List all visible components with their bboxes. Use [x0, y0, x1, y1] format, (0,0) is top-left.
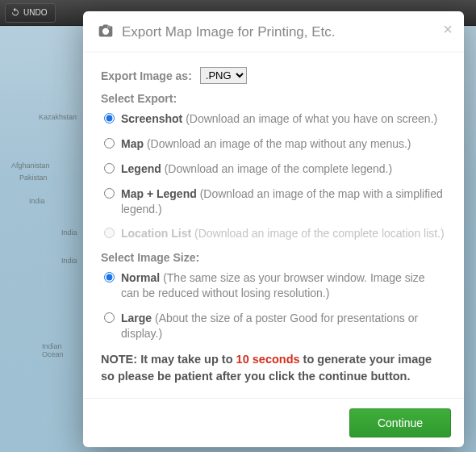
undo-icon — [10, 7, 20, 19]
modal-title: Export Map Image for Printing, Etc. — [122, 24, 336, 40]
radio-legend[interactable] — [104, 163, 115, 174]
option-label: Large — [121, 312, 152, 324]
export-option-map-legend[interactable]: Map + Legend (Download an image of the m… — [104, 186, 446, 217]
option-desc: (About the size of a poster Good for pre… — [121, 312, 418, 340]
select-export-label: Select Export: — [101, 92, 446, 105]
map-label: Indian Ocean — [42, 342, 74, 358]
format-select[interactable]: .PNG — [200, 67, 247, 84]
undo-label: UNDO — [23, 8, 47, 17]
export-option-legend[interactable]: Legend (Download an image of the complet… — [104, 161, 446, 177]
size-option-normal[interactable]: Normal (The same size as your browser wi… — [104, 270, 446, 301]
note-prefix: NOTE: It may take up to — [101, 353, 236, 366]
size-option-large[interactable]: Large (About the size of a poster Good f… — [104, 311, 446, 341]
option-desc: (Download an image of the map without an… — [147, 137, 411, 150]
option-desc: (Download an image of the complete legen… — [165, 162, 393, 175]
map-label: India — [61, 228, 77, 236]
radio-screenshot[interactable] — [104, 113, 115, 123]
map-label: India — [61, 257, 77, 265]
map-label: Afghanistan — [11, 161, 50, 170]
option-label: Screenshot — [121, 112, 182, 125]
export-modal: Export Map Image for Printing, Etc. × Ex… — [83, 11, 464, 447]
option-label: Map — [121, 137, 144, 150]
format-label: Export Image as: — [101, 69, 192, 82]
continue-button[interactable]: Continue — [349, 408, 451, 437]
radio-map-legend[interactable] — [104, 188, 115, 199]
modal-footer: Continue — [83, 398, 464, 447]
export-option-location-list: Location List (Download an image of the … — [104, 226, 446, 241]
undo-button[interactable]: UNDO — [5, 3, 56, 23]
option-desc: (The same size as your browser window. I… — [121, 271, 425, 299]
select-size-label: Select Image Size: — [101, 251, 446, 264]
note-text: NOTE: It may take up to 10 seconds to ge… — [101, 351, 446, 385]
radio-normal[interactable] — [104, 272, 115, 282]
radio-large[interactable] — [104, 312, 115, 323]
export-option-screenshot[interactable]: Screenshot (Download an image of what yo… — [104, 111, 446, 127]
map-label: Pakistan — [19, 174, 48, 182]
modal-body: Export Image as: .PNG Select Export: Scr… — [83, 52, 464, 398]
modal-header: Export Map Image for Printing, Etc. × — [83, 11, 464, 52]
option-label: Legend — [121, 162, 161, 175]
close-icon[interactable]: × — [443, 21, 453, 37]
map-label: Kazakhstan — [39, 113, 77, 121]
option-desc: (Download an image of what you have on s… — [186, 112, 437, 125]
option-label: Location List — [121, 227, 191, 240]
map-label: India — [29, 197, 45, 205]
option-label: Normal — [121, 271, 160, 284]
option-desc: (Download an image of the complete locat… — [194, 227, 445, 240]
radio-location-list — [104, 228, 115, 238]
export-option-map[interactable]: Map (Download an image of the map withou… — [104, 136, 446, 152]
format-row: Export Image as: .PNG — [101, 67, 446, 84]
radio-map[interactable] — [104, 138, 115, 149]
camera-icon — [98, 23, 114, 42]
note-seconds: 10 seconds — [236, 353, 300, 366]
option-label: Map + Legend — [121, 187, 197, 200]
